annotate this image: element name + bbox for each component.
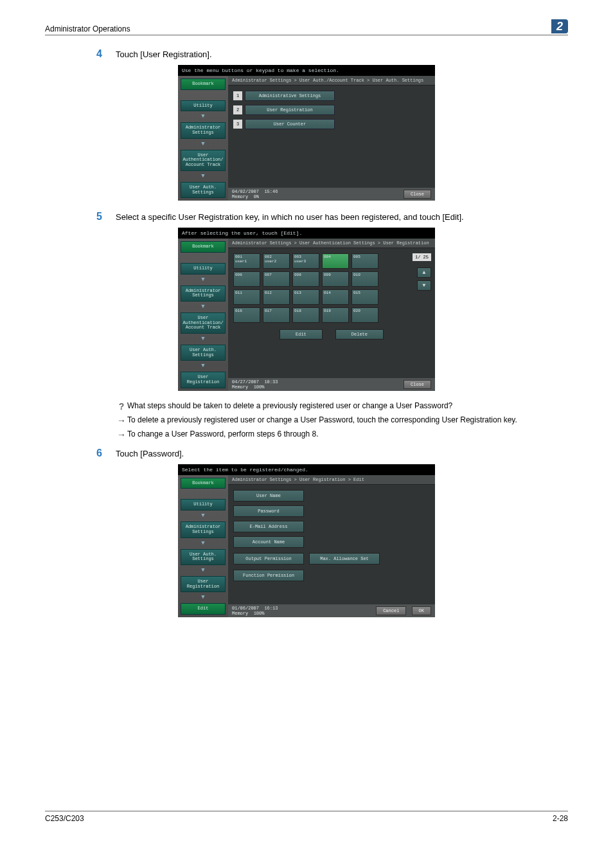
utility-button[interactable]: Utility xyxy=(181,499,226,511)
down-arrow-icon: ▼ xyxy=(181,336,226,342)
qa-answer-2: To change a User Password, perform steps… xyxy=(127,429,319,440)
qa-question: What steps should be taken to delete a p… xyxy=(127,401,452,411)
down-arrow-icon: ▼ xyxy=(181,277,226,283)
cancel-button[interactable]: Cancel xyxy=(376,606,406,615)
user-slot-005[interactable]: 005 xyxy=(351,253,378,269)
close-button[interactable]: Close xyxy=(404,380,431,389)
step6-text: Touch [Password]. xyxy=(116,448,184,458)
user-slot-014[interactable]: 014 xyxy=(322,289,349,305)
down-arrow-icon: ▼ xyxy=(181,174,226,179)
panel2-status: 04/27/2007 10:33Memory 100% xyxy=(232,379,278,390)
panel1-status: 04/02/2007 15:46Memory 0% xyxy=(232,189,278,199)
panel-user-registration-list: After selecting the user, touch [Edit]. … xyxy=(178,228,435,391)
user-slot-008[interactable]: 008 xyxy=(292,271,319,287)
scroll-up-button[interactable]: ▲ xyxy=(417,267,431,278)
admin-settings-button[interactable]: Administrator Settings xyxy=(181,285,226,302)
panel2-breadcrumb: Administrator Settings > User Authentica… xyxy=(228,239,435,248)
down-arrow-icon: ▼ xyxy=(181,568,226,574)
ok-button[interactable]: OK xyxy=(412,606,431,615)
question-icon: ? xyxy=(116,401,127,411)
user-slot-013[interactable]: 013 xyxy=(292,289,319,305)
password-button[interactable]: Password xyxy=(233,505,304,517)
user-slot-020[interactable]: 020 xyxy=(351,307,378,323)
step4-text: Touch [User Registration]. xyxy=(116,48,212,59)
user-slot-010[interactable]: 010 xyxy=(351,271,378,287)
user-slot-003[interactable]: 003user3 xyxy=(292,253,319,269)
function-permission-button[interactable]: Function Permission xyxy=(233,570,304,581)
user-auth-account-track-button[interactable]: User Authentication/ Account Track xyxy=(181,150,226,171)
panel3-status: 01/06/2007 16:13Memory 100% xyxy=(232,606,278,616)
footer-left: C253/C203 xyxy=(45,814,84,823)
email-address-button[interactable]: E-Mail Address xyxy=(233,521,304,532)
user-slot-012[interactable]: 012 xyxy=(263,289,290,305)
user-slot-009[interactable]: 009 xyxy=(322,271,349,287)
output-permission-button[interactable]: Output Permission xyxy=(233,553,304,565)
panel-user-auth-settings: Use the menu buttons or keypad to make a… xyxy=(178,65,435,201)
step4-number: 4 xyxy=(96,48,116,60)
user-auth-settings-button[interactable]: User Auth. Settings xyxy=(181,549,226,565)
user-slot-016[interactable]: 016 xyxy=(233,307,260,323)
user-slot-002[interactable]: 002user2 xyxy=(263,253,290,269)
panel-user-registration-edit: Select the item to be registered/changed… xyxy=(178,464,435,617)
user-slot-018[interactable]: 018 xyxy=(292,307,319,323)
menu-administrative-settings[interactable]: Administrative Settings xyxy=(245,91,335,101)
menu-num-1: 1 xyxy=(233,91,242,100)
menu-num-3: 3 xyxy=(233,120,242,129)
user-name-button[interactable]: User Name xyxy=(233,490,304,502)
user-registration-button[interactable]: User Registration xyxy=(181,576,226,592)
bookmark-button[interactable]: Bookmark xyxy=(181,478,226,489)
user-auth-settings-button[interactable]: User Auth. Settings xyxy=(181,182,226,198)
down-arrow-icon: ▼ xyxy=(181,541,226,547)
user-slot-007[interactable]: 007 xyxy=(263,271,290,287)
down-arrow-icon: ▼ xyxy=(181,513,226,519)
user-slot-011[interactable]: 011 xyxy=(233,289,260,305)
user-slot-019[interactable]: 019 xyxy=(322,307,349,323)
qa-answer-1: To delete a previously registered user o… xyxy=(127,415,517,426)
user-auth-account-track-button[interactable]: User Authentication/ Account Track xyxy=(181,312,226,334)
panel3-instruction: Select the item to be registered/changed… xyxy=(178,464,435,475)
menu-user-registration[interactable]: User Registration xyxy=(245,105,335,115)
user-slot-006[interactable]: 006 xyxy=(233,271,260,287)
edit-crumb-button[interactable]: Edit xyxy=(181,603,226,615)
admin-settings-button[interactable]: Administrator Settings xyxy=(181,521,226,538)
panel1-instruction: Use the menu buttons or keypad to make a… xyxy=(178,65,435,76)
panel3-breadcrumb: Administrator Settings > User Registrati… xyxy=(228,475,435,485)
user-auth-settings-button[interactable]: User Auth. Settings xyxy=(181,345,226,361)
step5-number: 5 xyxy=(96,211,116,222)
down-arrow-icon: ▼ xyxy=(181,363,226,369)
delete-button[interactable]: Delete xyxy=(335,329,384,339)
bookmark-button[interactable]: Bookmark xyxy=(181,78,226,90)
down-arrow-icon: ▼ xyxy=(181,304,226,310)
account-name-button[interactable]: Account Name xyxy=(233,536,304,548)
page-indicator: 1/ 25 xyxy=(413,253,431,261)
step5-text: Select a specific User Registration key,… xyxy=(116,211,464,222)
bookmark-button[interactable]: Bookmark xyxy=(181,241,226,253)
admin-settings-button[interactable]: Administrator Settings xyxy=(181,122,226,138)
chapter-badge: 2 xyxy=(551,19,568,33)
user-slot-017[interactable]: 017 xyxy=(263,307,290,323)
menu-user-counter[interactable]: User Counter xyxy=(245,119,335,129)
down-arrow-icon: ▼ xyxy=(181,141,226,147)
user-slot-015[interactable]: 015 xyxy=(351,289,378,305)
user-slot-001[interactable]: 001user1 xyxy=(233,253,260,269)
page-header-title: Administrator Operations xyxy=(45,24,130,33)
step6-number: 6 xyxy=(96,448,116,459)
utility-button[interactable]: Utility xyxy=(181,263,226,275)
user-registration-button[interactable]: User Registration xyxy=(181,372,226,388)
edit-button[interactable]: Edit xyxy=(280,329,323,339)
down-arrow-icon: ▼ xyxy=(181,595,226,601)
utility-button[interactable]: Utility xyxy=(181,100,226,112)
answer-arrow-icon xyxy=(116,415,127,426)
panel1-breadcrumb: Administrator Settings > User Auth./Acco… xyxy=(228,76,435,86)
answer-arrow-icon xyxy=(116,429,127,440)
panel2-instruction: After selecting the user, touch [Edit]. xyxy=(178,228,435,239)
user-slot-004[interactable]: 004 xyxy=(322,253,349,269)
scroll-down-button[interactable]: ▼ xyxy=(417,280,431,291)
close-button[interactable]: Close xyxy=(404,190,431,199)
footer-right: 2-28 xyxy=(553,814,568,823)
down-arrow-icon: ▼ xyxy=(181,114,226,120)
max-allowance-button[interactable]: Max. Allowance Set xyxy=(309,553,380,565)
menu-num-2: 2 xyxy=(233,105,242,114)
